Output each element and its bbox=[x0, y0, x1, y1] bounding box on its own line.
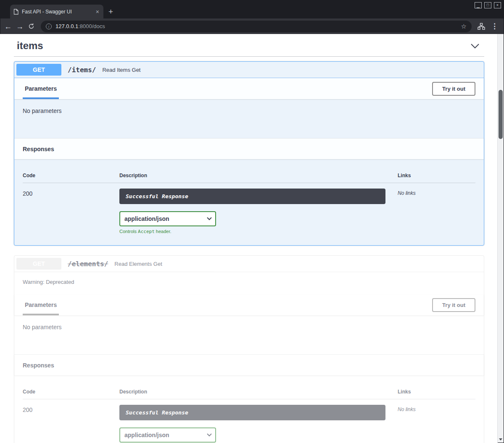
scrollbar-thumb[interactable] bbox=[499, 90, 503, 139]
col-links: Links bbox=[398, 389, 475, 395]
no-parameters-text: No parameters bbox=[23, 324, 62, 330]
url-path: :8000/docs bbox=[78, 23, 105, 29]
back-button[interactable]: ← bbox=[4, 23, 12, 30]
operation-path: /items/ bbox=[68, 66, 96, 74]
parameters-header: Parameters Try it out bbox=[14, 78, 484, 99]
parameters-title: Parameters bbox=[25, 85, 57, 92]
browser-toolbar: ← → i 127.0.0.1:8000/docs ☆ ⋮ bbox=[0, 18, 504, 34]
media-type-select-wrap: application/json bbox=[119, 427, 216, 443]
response-code: 200 bbox=[23, 405, 119, 443]
opblock-summary[interactable]: GET /elements/ Read Elements Get bbox=[14, 256, 484, 272]
response-description-box: Successful Response bbox=[119, 405, 385, 420]
browser-window: Fast API - Swagger UI × + ▁ □ × ← → i 12… bbox=[0, 0, 504, 443]
parameters-body: No parameters bbox=[14, 315, 484, 354]
close-button[interactable]: × bbox=[494, 2, 501, 8]
response-code: 200 bbox=[23, 189, 119, 234]
url-text: 127.0.0.1:8000/docs bbox=[55, 23, 105, 29]
responses-body: Code Description Links 200 Successful Re… bbox=[14, 159, 484, 245]
responses-table-header: Code Description Links bbox=[23, 384, 475, 399]
col-description: Description bbox=[119, 173, 398, 178]
new-tab-button[interactable]: + bbox=[108, 8, 113, 16]
response-description-cell: Successful Response application/json Con… bbox=[119, 189, 398, 234]
reload-button[interactable] bbox=[28, 23, 35, 30]
try-it-out-button[interactable]: Try it out bbox=[432, 82, 475, 96]
try-it-out-button[interactable]: Try it out bbox=[432, 298, 475, 312]
bookmark-star-icon[interactable]: ☆ bbox=[461, 23, 467, 30]
site-info-icon[interactable]: i bbox=[46, 24, 52, 29]
maximize-button[interactable]: □ bbox=[484, 2, 491, 8]
responses-table-header: Code Description Links bbox=[23, 168, 475, 183]
method-badge: GET bbox=[16, 64, 61, 76]
page-content: items GET /items/ Read Items Get Paramet… bbox=[0, 34, 498, 443]
forward-button[interactable]: → bbox=[16, 23, 24, 30]
parameters-header: Parameters Try it out bbox=[14, 294, 484, 315]
opblock-summary[interactable]: GET /items/ Read Items Get bbox=[14, 62, 484, 78]
response-row: 200 Successful Response application/json bbox=[23, 399, 475, 443]
response-links: No links bbox=[398, 405, 475, 443]
no-parameters-text: No parameters bbox=[23, 107, 62, 114]
media-type-select[interactable]: application/json bbox=[119, 427, 216, 443]
triangle-down-icon bbox=[499, 438, 502, 440]
window-titlebar: Fast API - Swagger UI × + ▁ □ × bbox=[0, 0, 504, 18]
parameters-title: Parameters bbox=[25, 301, 57, 308]
response-row: 200 Successful Response application/json bbox=[23, 183, 475, 234]
parameters-body: No parameters bbox=[14, 99, 484, 138]
response-description-cell: Successful Response application/json Con… bbox=[119, 405, 398, 443]
window-controls: ▁ □ × bbox=[475, 2, 501, 8]
extensions-icon[interactable] bbox=[478, 23, 485, 30]
operation-path: /elements/ bbox=[68, 260, 108, 268]
scrollbar-down-button[interactable] bbox=[498, 436, 504, 443]
accept-header-note: Controls Accept header. bbox=[119, 229, 398, 234]
minimize-button[interactable]: ▁ bbox=[475, 2, 482, 8]
operation-summary: Read Elements Get bbox=[114, 261, 162, 267]
response-links: No links bbox=[398, 189, 475, 234]
opblock-get-elements-deprecated: GET /elements/ Read Elements Get Warning… bbox=[14, 255, 484, 443]
method-badge: GET bbox=[16, 258, 61, 270]
menu-icon[interactable]: ⋮ bbox=[489, 22, 500, 31]
page-favicon-icon bbox=[13, 9, 18, 15]
section-collapse-icon[interactable] bbox=[469, 42, 481, 50]
responses-title: Responses bbox=[23, 139, 54, 159]
tag-section-header[interactable]: items bbox=[14, 34, 484, 57]
responses-title: Responses bbox=[23, 355, 54, 375]
section-title: items bbox=[17, 40, 43, 52]
col-code: Code bbox=[23, 173, 119, 178]
url-bar[interactable]: i 127.0.0.1:8000/docs ☆ bbox=[41, 21, 472, 32]
browser-tab[interactable]: Fast API - Swagger UI × bbox=[10, 5, 103, 18]
col-links: Links bbox=[398, 173, 475, 178]
media-type-select-wrap: application/json bbox=[119, 211, 216, 226]
tab-parameters[interactable]: Parameters bbox=[23, 78, 59, 99]
opblock-get-items: GET /items/ Read Items Get Parameters Tr… bbox=[14, 61, 484, 246]
col-description: Description bbox=[119, 389, 398, 395]
col-code: Code bbox=[23, 389, 119, 395]
response-description-box: Successful Response bbox=[119, 189, 385, 204]
url-host: 127.0.0.1 bbox=[55, 23, 78, 29]
tab-title: Fast API - Swagger UI bbox=[22, 9, 92, 15]
responses-header: Responses bbox=[14, 138, 484, 159]
media-type-select[interactable]: application/json bbox=[119, 211, 216, 226]
operation-summary: Read Items Get bbox=[102, 67, 140, 73]
deprecated-warning: Warning: Deprecated bbox=[14, 272, 484, 294]
tab-close-icon[interactable]: × bbox=[95, 8, 100, 15]
vertical-scrollbar[interactable] bbox=[497, 34, 504, 443]
responses-header: Responses bbox=[14, 354, 484, 375]
responses-body: Code Description Links 200 Successful Re… bbox=[14, 375, 484, 443]
tab-parameters[interactable]: Parameters bbox=[23, 294, 59, 315]
